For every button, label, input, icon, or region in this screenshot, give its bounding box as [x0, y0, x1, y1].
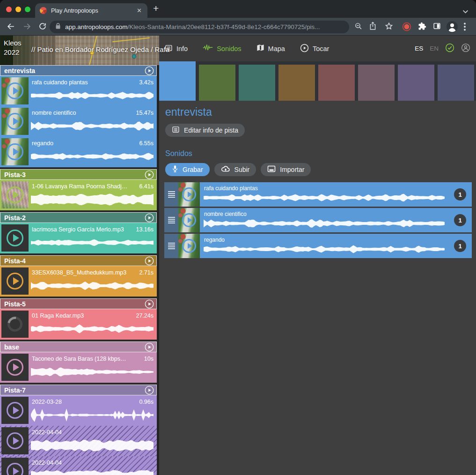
track-section-header[interactable]: Pista-4	[0, 255, 157, 266]
sound-thumbnail[interactable]	[1, 77, 29, 104]
play-icon[interactable]	[7, 463, 23, 475]
nav-item-mapa[interactable]: Mapa	[256, 44, 285, 53]
sound-thumbnail[interactable]	[1, 458, 29, 475]
header-play-icon[interactable]	[145, 386, 154, 396]
sound-list-item[interactable]: 33ESX6038_B5_Muthedukkum.mp32.71s	[0, 266, 157, 297]
record-indicator-icon[interactable]	[402, 22, 411, 33]
sound-list-item[interactable]: lacrimosa Sergio García Merlo.mp313.16s	[0, 223, 157, 253]
sound-list-item[interactable]: nombre cientifico15.47s	[0, 106, 157, 137]
track-swatch-2[interactable]	[199, 65, 235, 101]
track-swatch-3[interactable]	[239, 65, 275, 101]
edit-track-info-button[interactable]: Editar info de pista	[165, 124, 245, 137]
track-section-header[interactable]: Pista-3	[0, 169, 157, 180]
track-swatch-1[interactable]	[159, 61, 196, 101]
minimize-window-button[interactable]	[15, 7, 21, 12]
track-swatch-6[interactable]	[358, 65, 395, 101]
sound-thumbnail[interactable]	[1, 397, 29, 424]
play-icon[interactable]	[7, 230, 23, 246]
sound-list-item[interactable]: rafa cuidando plantas3.42s	[0, 76, 157, 106]
check-circle-icon[interactable]	[445, 43, 454, 54]
sound-thumbnail[interactable]	[1, 354, 29, 381]
url-bar[interactable]: app.antropoloops.com/Kleos-Santa-Marina/…	[50, 21, 349, 33]
importar-button[interactable]: Importar	[261, 163, 311, 176]
play-icon[interactable]	[7, 113, 23, 130]
drag-handle[interactable]	[164, 208, 178, 232]
track-section-header[interactable]: Pista-7	[0, 385, 157, 395]
sound-thumbnail[interactable]	[1, 224, 29, 252]
extensions-puzzle-icon[interactable]	[418, 22, 426, 32]
app-logo[interactable]: Kleos 2022	[4, 38, 22, 58]
subir-button[interactable]: Subir	[214, 163, 256, 176]
lang-es[interactable]: ES	[415, 45, 423, 52]
nav-item-tocar[interactable]: Tocar	[300, 44, 329, 54]
header-play-icon[interactable]	[145, 213, 154, 224]
reload-icon[interactable]	[38, 22, 47, 32]
header-play-icon[interactable]	[145, 299, 154, 310]
play-icon[interactable]	[7, 432, 23, 449]
play-icon[interactable]	[182, 187, 196, 201]
grabar-button[interactable]: Grabar	[165, 163, 210, 176]
drag-handle[interactable]	[164, 182, 178, 207]
sound-thumbnail[interactable]	[1, 267, 29, 295]
tab-search-chevron-icon[interactable]	[462, 7, 469, 15]
side-panel-icon[interactable]	[433, 22, 441, 32]
track-section-header[interactable]: Pista-5	[0, 298, 157, 309]
nav-item-sonidos[interactable]: Sonidos	[203, 44, 241, 53]
sound-thumbnail[interactable]	[1, 108, 29, 135]
sound-row[interactable]: rafa cuidando plantas1	[164, 182, 472, 207]
new-tab-button[interactable]: +	[153, 3, 159, 14]
sound-thumbnail[interactable]	[1, 138, 29, 165]
sound-row[interactable]: nombre cientifico1	[164, 208, 472, 232]
play-icon[interactable]	[7, 186, 23, 203]
sound-list-item[interactable]: 2022-04-04	[0, 456, 157, 475]
sound-row[interactable]: regando1	[164, 234, 472, 258]
sound-list-item[interactable]: 2022-04-04	[0, 426, 157, 456]
sound-duration: 6.55s	[139, 140, 154, 147]
play-icon[interactable]	[182, 239, 196, 253]
sound-list-item[interactable]: 2022-03-280.96s	[0, 395, 157, 426]
sidebar-scrollbar[interactable]	[157, 61, 159, 475]
person-circle-icon[interactable]	[461, 43, 470, 54]
header-play-icon[interactable]	[145, 66, 154, 77]
close-window-button[interactable]	[6, 7, 12, 12]
drag-handle[interactable]	[164, 234, 178, 258]
track-swatch-4[interactable]	[278, 65, 315, 101]
zoom-out-icon[interactable]	[354, 22, 362, 32]
play-icon[interactable]	[182, 213, 196, 227]
track-section-header[interactable]: Pista-2	[0, 212, 157, 223]
tab-close-icon[interactable]: ✕	[136, 7, 143, 15]
forward-icon[interactable]	[22, 22, 31, 33]
browser-tab[interactable]: Play Antropoloops ✕	[35, 3, 147, 18]
play-icon[interactable]	[7, 402, 23, 419]
sound-list-item[interactable]: Taconeo de Sara Baras (128 kbps).mp310s	[0, 352, 157, 383]
play-icon[interactable]	[7, 359, 23, 376]
back-icon[interactable]	[7, 22, 15, 33]
play-icon[interactable]	[7, 273, 23, 289]
sound-thumbnail[interactable]	[1, 427, 29, 454]
track-section-header[interactable]: entrevista	[0, 65, 157, 76]
sound-list-item[interactable]: regando6.55s	[0, 137, 157, 167]
track-swatch-5[interactable]	[318, 65, 355, 101]
sound-list-item[interactable]: 01 Raga Kedar.mp327.24s	[0, 309, 157, 340]
header-play-icon[interactable]	[145, 170, 154, 181]
header-play-icon[interactable]	[145, 256, 154, 267]
track-swatch-8[interactable]	[438, 65, 474, 101]
bookmark-star-icon[interactable]	[385, 22, 393, 32]
play-icon[interactable]	[7, 143, 23, 160]
sound-thumbnail[interactable]	[178, 208, 200, 232]
project-map-thumbnail[interactable]: Kleos 2022 // Patio en Bordador Rodrígue…	[0, 36, 159, 65]
sound-thumbnail[interactable]	[178, 182, 200, 207]
profile-avatar[interactable]	[446, 21, 458, 35]
play-icon[interactable]	[7, 82, 23, 99]
track-swatch-7[interactable]	[398, 65, 434, 101]
browser-menu-kebab-icon[interactable]	[464, 22, 466, 33]
sound-list-item[interactable]: 1-06 Lavanya Rama Poorna Shadjam Rupak..…	[0, 180, 157, 210]
sound-thumbnail[interactable]	[1, 181, 29, 208]
lang-en[interactable]: EN	[430, 45, 439, 52]
header-play-icon[interactable]	[145, 342, 154, 353]
sound-thumbnail[interactable]	[178, 234, 200, 258]
loading-spinner-thumbnail[interactable]	[1, 311, 29, 338]
zoom-window-button[interactable]	[25, 7, 30, 12]
track-section-header[interactable]: base	[0, 341, 157, 352]
share-icon[interactable]	[369, 22, 376, 32]
